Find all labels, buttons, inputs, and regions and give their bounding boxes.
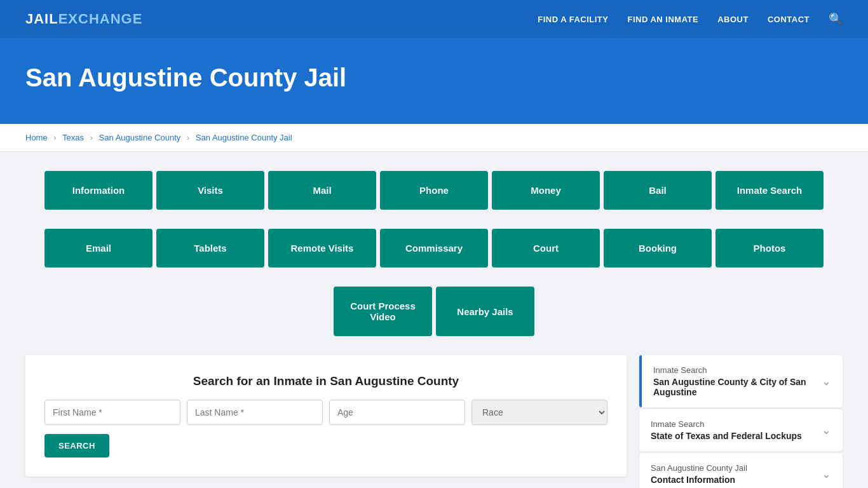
breadcrumb: Home › Texas › San Augustine County › Sa… bbox=[0, 124, 868, 152]
sidebar-item-header-3[interactable]: San Augustine County Jail Contact Inform… bbox=[639, 453, 843, 488]
race-select[interactable]: Race White Black Hispanic Asian Other bbox=[471, 400, 607, 425]
logo-jail: JAIL bbox=[25, 11, 58, 27]
breadcrumb-home[interactable]: Home bbox=[25, 133, 48, 142]
btn-commissary[interactable]: Commissary bbox=[380, 229, 488, 268]
btn-phone[interactable]: Phone bbox=[380, 171, 488, 210]
sidebar-sublabel-2: State of Texas and Federal Lockups bbox=[651, 431, 802, 441]
btn-court[interactable]: Court bbox=[492, 229, 600, 268]
btn-email[interactable]: Email bbox=[44, 229, 153, 268]
breadcrumb-jail[interactable]: San Augustine County Jail bbox=[196, 133, 292, 142]
sidebar-label-2: Inmate Search bbox=[651, 419, 802, 429]
hero-section: San Augustine County Jail bbox=[0, 38, 868, 124]
inmate-search-box: Search for an Inmate in San Augustine Co… bbox=[25, 355, 627, 477]
sidebar-item-header-2[interactable]: Inmate Search State of Texas and Federal… bbox=[639, 409, 843, 451]
age-input[interactable] bbox=[329, 400, 465, 425]
btn-mail[interactable]: Mail bbox=[268, 171, 376, 210]
nav-find-inmate[interactable]: FIND AN INMATE bbox=[627, 15, 698, 24]
breadcrumb-texas[interactable]: Texas bbox=[62, 133, 84, 142]
btn-nearby-jails[interactable]: Nearby Jails bbox=[436, 287, 534, 336]
search-title: Search for an Inmate in San Augustine Co… bbox=[44, 374, 607, 388]
btn-visits[interactable]: Visits bbox=[156, 171, 264, 210]
sidebar-item-text-2: Inmate Search State of Texas and Federal… bbox=[651, 419, 802, 441]
chevron-down-icon-1: ⌄ bbox=[822, 374, 831, 388]
breadcrumb-sep-2: › bbox=[90, 133, 93, 142]
category-buttons-row1: Information Visits Mail Phone Money Bail… bbox=[25, 171, 843, 210]
sidebar-item-inmate-search-state[interactable]: Inmate Search State of Texas and Federal… bbox=[639, 409, 843, 451]
category-buttons-row2: Email Tablets Remote Visits Commissary C… bbox=[25, 229, 843, 268]
breadcrumb-sep-1: › bbox=[53, 133, 56, 142]
category-buttons-row3: Court Process Video Nearby Jails bbox=[25, 287, 843, 355]
search-button[interactable]: SEARCH bbox=[44, 434, 109, 458]
nav-contact[interactable]: CONTACT bbox=[768, 15, 810, 24]
btn-money[interactable]: Money bbox=[492, 171, 600, 210]
sidebar-item-text-1: Inmate Search San Augustine County & Cit… bbox=[653, 365, 822, 397]
sidebar-item-contact-info[interactable]: San Augustine County Jail Contact Inform… bbox=[639, 453, 843, 488]
btn-photos[interactable]: Photos bbox=[715, 229, 824, 268]
btn-court-process-video[interactable]: Court Process Video bbox=[334, 287, 432, 336]
btn-booking[interactable]: Booking bbox=[604, 229, 712, 268]
last-name-input[interactable] bbox=[187, 400, 323, 425]
logo-exchange: EXCHANGE bbox=[58, 11, 143, 27]
btn-inmate-search[interactable]: Inmate Search bbox=[715, 171, 824, 210]
nav-about[interactable]: ABOUT bbox=[717, 15, 749, 24]
sidebar-item-text-3: San Augustine County Jail Contact Inform… bbox=[651, 463, 747, 485]
header: JAILEXCHANGE FIND A FACILITY FIND AN INM… bbox=[0, 0, 868, 38]
nav-find-facility[interactable]: FIND A FACILITY bbox=[538, 15, 608, 24]
main-nav: FIND A FACILITY FIND AN INMATE ABOUT CON… bbox=[538, 12, 843, 26]
btn-remote-visits[interactable]: Remote Visits bbox=[268, 229, 376, 268]
main-content: Information Visits Mail Phone Money Bail… bbox=[0, 152, 868, 488]
btn-information[interactable]: Information bbox=[44, 171, 153, 210]
btn-bail[interactable]: Bail bbox=[604, 171, 712, 210]
sidebar-item-inmate-search-county[interactable]: Inmate Search San Augustine County & Cit… bbox=[639, 355, 843, 407]
search-icon-button[interactable]: 🔍 bbox=[829, 12, 843, 26]
btn-tablets[interactable]: Tablets bbox=[156, 229, 264, 268]
logo[interactable]: JAILEXCHANGE bbox=[25, 11, 142, 27]
chevron-down-icon-3: ⌄ bbox=[822, 467, 831, 481]
sidebar-sublabel-1: San Augustine County & City of San Augus… bbox=[653, 377, 822, 397]
search-fields: Race White Black Hispanic Asian Other bbox=[44, 400, 607, 425]
right-sidebar: Inmate Search San Augustine County & Cit… bbox=[639, 355, 843, 488]
sidebar-sublabel-3: Contact Information bbox=[651, 475, 747, 485]
sidebar-item-header-1[interactable]: Inmate Search San Augustine County & Cit… bbox=[642, 355, 843, 407]
first-name-input[interactable] bbox=[44, 400, 180, 425]
content-left: Search for an Inmate in San Augustine Co… bbox=[25, 355, 627, 488]
sidebar-label-3: San Augustine County Jail bbox=[651, 463, 747, 473]
breadcrumb-sep-3: › bbox=[187, 133, 189, 142]
content-layout: Search for an Inmate in San Augustine Co… bbox=[25, 355, 843, 488]
chevron-down-icon-2: ⌄ bbox=[822, 423, 831, 437]
breadcrumb-county[interactable]: San Augustine County bbox=[99, 133, 181, 142]
sidebar-label-1: Inmate Search bbox=[653, 365, 822, 375]
page-title: San Augustine County Jail bbox=[25, 64, 843, 92]
